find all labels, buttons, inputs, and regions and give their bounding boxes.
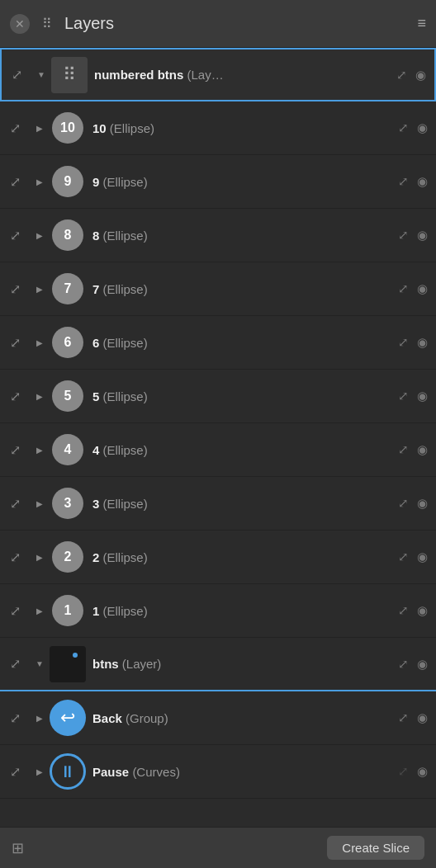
layer-label: 6 (Ellipse) <box>92 336 398 350</box>
export-icon[interactable]: ⤢ <box>398 550 409 564</box>
visibility-icon[interactable]: ◉ <box>417 496 428 511</box>
layer-label: Pause (Curves) <box>92 765 398 779</box>
visibility-icon[interactable]: ◉ <box>417 442 428 457</box>
layer-row[interactable]: ⤢▶⏸Pause (Curves)⤢◉ <box>0 745 436 799</box>
export-icon[interactable]: ⤢ <box>398 389 409 403</box>
layer-label: 1 (Ellipse) <box>92 604 398 618</box>
layer-row-icons: ⤢◉ <box>396 68 429 83</box>
collapse-arrow-icon[interactable]: ▼ <box>31 70 51 79</box>
footer: ⊞ Create Slice <box>0 827 436 868</box>
layer-row-icons: ⤢◉ <box>398 442 431 457</box>
visibility-icon[interactable]: ◉ <box>417 657 428 672</box>
visibility-icon[interactable]: ◉ <box>415 68 426 83</box>
close-button[interactable]: ✕ <box>10 14 30 34</box>
expand-arrow-icon[interactable]: ▶ <box>30 338 50 347</box>
grip-icon: ⠿ <box>38 15 56 33</box>
layer-row[interactable]: ⤢▶↩Back (Group)⤢◉ <box>0 691 436 745</box>
new-layer-icon[interactable]: ⊞ <box>12 839 24 857</box>
layer-row-icons: ⤢◉ <box>398 174 431 189</box>
layer-label: 5 (Ellipse) <box>92 389 398 403</box>
visibility-icon[interactable]: ◉ <box>417 710 428 725</box>
layer-row[interactable]: ⤢▶22 (Ellipse)⤢◉ <box>0 531 436 584</box>
menu-icon: ≡ <box>417 15 426 31</box>
layer-thumbnail: ↩ <box>50 700 86 736</box>
expand-arrow-icon[interactable]: ▶ <box>30 553 50 562</box>
export-icon[interactable]: ⤢ <box>398 657 409 672</box>
layer-row[interactable]: ⤢▶77 (Ellipse)⤢◉ <box>0 262 436 316</box>
export-left-icon[interactable]: ⤢ <box>0 442 30 458</box>
layer-thumbnail: 2 <box>50 539 86 575</box>
export-left-icon[interactable]: ⤢ <box>0 281 30 297</box>
layer-row[interactable]: ⤢▶99 (Ellipse)⤢◉ <box>0 155 436 209</box>
close-icon: ✕ <box>15 17 25 31</box>
export-left-icon[interactable]: ⤢ <box>0 656 30 672</box>
export-icon[interactable]: ⤢ <box>398 335 409 350</box>
visibility-icon[interactable]: ◉ <box>417 389 428 403</box>
visibility-icon[interactable]: ◉ <box>417 550 428 564</box>
expand-arrow-icon[interactable]: ▶ <box>30 606 50 616</box>
expand-arrow-icon[interactable]: ▶ <box>30 177 50 186</box>
layer-row[interactable]: ⤢▶55 (Ellipse)⤢◉ <box>0 370 436 423</box>
export-left-icon[interactable]: ⤢ <box>0 710 30 726</box>
export-left-icon[interactable]: ⤢ <box>0 335 30 351</box>
export-icon[interactable]: ⤢ <box>398 120 409 135</box>
export-icon[interactable]: ⤢ <box>398 603 409 618</box>
layer-thumbnail: 3 <box>50 485 86 521</box>
expand-arrow-icon[interactable]: ▶ <box>30 499 50 508</box>
visibility-icon[interactable]: ◉ <box>417 174 428 189</box>
export-left-icon[interactable]: ⤢ <box>0 120 30 136</box>
visibility-icon[interactable]: ◉ <box>417 603 428 618</box>
layer-thumbnail <box>50 646 86 682</box>
visibility-icon[interactable]: ◉ <box>417 335 428 350</box>
layer-row[interactable]: ⤢▶66 (Ellipse)⤢◉ <box>0 316 436 370</box>
export-left-icon[interactable]: ⤢ <box>0 389 30 404</box>
expand-arrow-icon[interactable]: ▶ <box>30 231 50 240</box>
layer-row[interactable]: ⤢▶11 (Ellipse)⤢◉ <box>0 584 436 638</box>
expand-arrow-icon[interactable]: ▶ <box>30 767 50 776</box>
export-icon[interactable]: ⤢ <box>398 228 409 243</box>
visibility-icon[interactable]: ◉ <box>417 764 428 779</box>
expand-arrow-icon[interactable]: ▶ <box>30 285 50 294</box>
layer-label: 2 (Ellipse) <box>92 550 398 564</box>
visibility-icon[interactable]: ◉ <box>417 228 428 243</box>
layer-row-icons: ⤢◉ <box>398 710 431 725</box>
export-left-icon[interactable]: ⤢ <box>0 764 30 780</box>
expand-arrow-icon[interactable]: ▶ <box>30 392 50 401</box>
export-icon[interactable]: ⤢ <box>398 496 409 511</box>
create-slice-button[interactable]: Create Slice <box>327 836 424 860</box>
layer-row-icons: ⤢◉ <box>398 335 431 350</box>
export-left-icon[interactable]: ⤢ <box>0 174 30 190</box>
menu-button[interactable]: ≡ <box>417 15 426 32</box>
header: ✕ ⠿ Layers ≡ <box>0 0 436 48</box>
layer-thumbnail: 10 <box>50 110 86 146</box>
layer-thumbnail: 7 <box>50 271 86 307</box>
layer-row[interactable]: ⤢▶1010 (Ellipse)⤢◉ <box>0 101 436 155</box>
expand-arrow-icon[interactable]: ▶ <box>30 446 50 455</box>
visibility-icon[interactable]: ◉ <box>417 281 428 296</box>
export-icon[interactable]: ⤢ <box>398 764 409 779</box>
layer-label: Back (Group) <box>92 711 398 725</box>
layer-row[interactable]: ⤢▶88 (Ellipse)⤢◉ <box>0 209 436 262</box>
export-icon[interactable]: ⤢ <box>398 281 409 296</box>
layer-row[interactable]: ⤢▼numbered btns (Lay…⤢◉ <box>0 48 436 101</box>
export-left-icon[interactable]: ⤢ <box>0 496 30 512</box>
layer-thumbnail: ⏸ <box>50 753 86 790</box>
layer-row[interactable]: ⤢▶33 (Ellipse)⤢◉ <box>0 477 436 531</box>
export-left-icon[interactable]: ⤢ <box>2 67 31 83</box>
expand-arrow-icon[interactable]: ▶ <box>30 124 50 133</box>
layer-label: 4 (Ellipse) <box>92 443 398 457</box>
layer-row[interactable]: ⤢▶44 (Ellipse)⤢◉ <box>0 423 436 477</box>
export-icon[interactable]: ⤢ <box>396 68 407 83</box>
export-icon[interactable]: ⤢ <box>398 710 409 725</box>
layer-thumbnail <box>51 57 88 93</box>
layer-row-icons: ⤢◉ <box>398 764 431 779</box>
collapse-arrow-icon[interactable]: ▼ <box>30 659 50 668</box>
export-icon[interactable]: ⤢ <box>398 174 409 189</box>
expand-arrow-icon[interactable]: ▶ <box>30 714 50 723</box>
export-left-icon[interactable]: ⤢ <box>0 550 30 565</box>
export-left-icon[interactable]: ⤢ <box>0 228 30 243</box>
export-left-icon[interactable]: ⤢ <box>0 603 30 619</box>
visibility-icon[interactable]: ◉ <box>417 120 428 135</box>
layer-row[interactable]: ⤢▼btns (Layer)⤢◉ <box>0 638 436 691</box>
export-icon[interactable]: ⤢ <box>398 442 409 457</box>
